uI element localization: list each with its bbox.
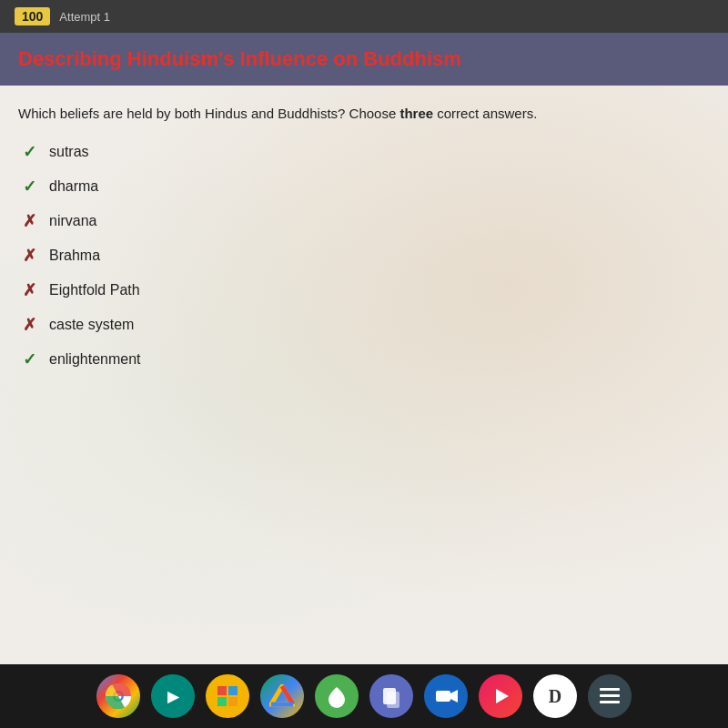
check-icon: ✓ (18, 141, 40, 163)
answer-label: dharma (49, 178, 98, 195)
answer-label: Brahma (49, 248, 100, 264)
answer-item: ✗caste system (18, 314, 710, 336)
answer-item: ✗Brahma (18, 245, 710, 267)
title-bar: Describing Hinduism's Influence on Buddh… (0, 33, 728, 86)
taskbar-play-icon[interactable] (479, 674, 522, 718)
answer-label: sutras (49, 144, 89, 160)
svg-rect-11 (387, 692, 399, 708)
answer-item: ✗nirvana (18, 210, 710, 232)
cross-icon: ✗ (18, 314, 40, 336)
question-area: Which beliefs are held by both Hindus an… (0, 86, 728, 392)
svg-line-8 (282, 686, 293, 704)
top-bar: 100 Attempt 1 (0, 0, 728, 33)
svg-rect-4 (228, 686, 238, 695)
answer-item: ✓enlightenment (18, 349, 710, 370)
answer-list: ✓sutras✓dharma✗nirvana✗Brahma✗Eightfold … (18, 141, 710, 370)
bold-word: three (399, 106, 433, 121)
answer-label: caste system (49, 317, 134, 333)
svg-marker-14 (496, 689, 509, 703)
screen: 100 Attempt 1 Describing Hinduism's Infl… (0, 0, 728, 728)
answer-label: enlightenment (49, 351, 141, 368)
taskbar: ▶ D (0, 664, 728, 728)
check-icon: ✓ (18, 176, 40, 197)
svg-marker-13 (450, 690, 458, 703)
svg-rect-16 (600, 694, 620, 697)
answer-item: ✓sutras (18, 141, 710, 163)
svg-rect-6 (228, 697, 238, 706)
attempt-label: Attempt 1 (59, 10, 110, 24)
taskbar-menu-icon[interactable] (588, 674, 632, 718)
svg-rect-15 (600, 688, 620, 691)
svg-rect-3 (217, 686, 227, 695)
check-icon: ✓ (18, 349, 40, 370)
cross-icon: ✗ (18, 279, 40, 301)
answer-item: ✗Eightfold Path (18, 279, 710, 301)
content-area: Describing Hinduism's Influence on Buddh… (0, 33, 728, 664)
question-suffix: correct answers. (437, 106, 537, 121)
answer-label: nirvana (49, 213, 96, 229)
svg-rect-17 (600, 701, 620, 703)
score-badge: 100 (15, 7, 50, 25)
cross-icon: ✗ (18, 245, 40, 267)
taskbar-files-icon[interactable] (369, 674, 413, 718)
answer-label: Eightfold Path (49, 282, 140, 298)
taskbar-notion-icon[interactable]: D (533, 674, 577, 718)
svg-rect-12 (436, 691, 450, 702)
svg-rect-5 (217, 697, 227, 706)
question-text: Which beliefs are held by both Hindus an… (18, 104, 710, 123)
cross-icon: ✗ (18, 210, 40, 232)
taskbar-drive-icon[interactable] (260, 674, 304, 718)
page-title: Describing Hinduism's Influence on Buddh… (18, 47, 710, 71)
taskbar-slides-icon[interactable] (206, 674, 249, 718)
taskbar-meet-icon[interactable]: ▶ (151, 674, 195, 718)
answer-item: ✓dharma (18, 176, 710, 197)
taskbar-camera-icon[interactable] (424, 674, 468, 718)
taskbar-chrome-icon[interactable] (96, 674, 140, 718)
taskbar-green-icon[interactable] (315, 674, 359, 718)
